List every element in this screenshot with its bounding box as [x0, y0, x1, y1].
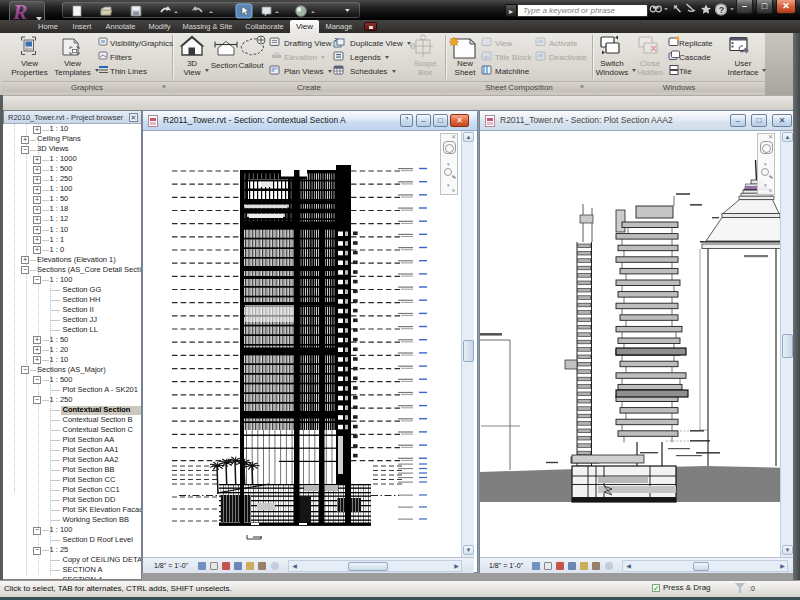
svg-text:?: ?: [719, 5, 725, 15]
